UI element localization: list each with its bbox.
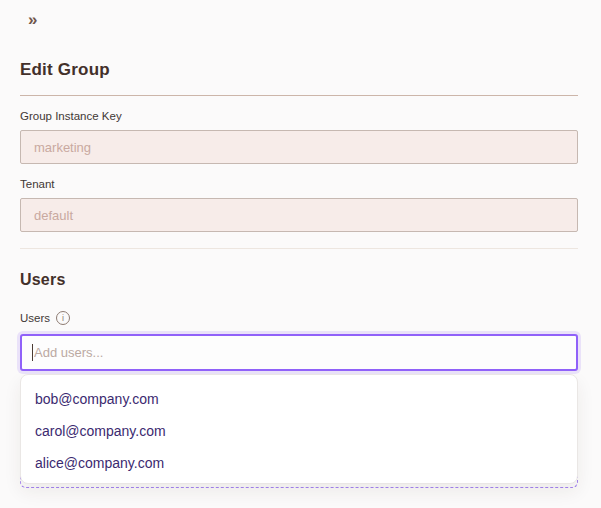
header-divider (20, 95, 578, 96)
text-caret (32, 344, 33, 361)
add-users-input[interactable] (20, 334, 578, 371)
users-dropdown: bob@company.com carol@company.com alice@… (20, 374, 578, 484)
user-option-alice[interactable]: alice@company.com (21, 447, 577, 479)
tenant-label: Tenant (20, 178, 578, 191)
users-field-label: Users (20, 310, 50, 326)
edit-group-panel: » Edit Group Group Instance Key Tenant U… (0, 0, 601, 484)
group-instance-key-input (20, 130, 578, 164)
user-option-bob[interactable]: bob@company.com (21, 383, 577, 415)
info-icon[interactable]: i (56, 311, 70, 325)
group-instance-key-label: Group Instance Key (20, 110, 578, 123)
tenant-input (20, 198, 578, 232)
page-title: Edit Group (20, 60, 578, 80)
users-multiselect: bob@company.com carol@company.com alice@… (20, 334, 578, 484)
sidebar-expand-icon[interactable]: » (28, 10, 37, 30)
section-divider (20, 248, 578, 249)
user-option-carol[interactable]: carol@company.com (21, 415, 577, 447)
users-field-label-row: Users i (20, 310, 578, 326)
users-section-heading: Users (20, 270, 578, 289)
